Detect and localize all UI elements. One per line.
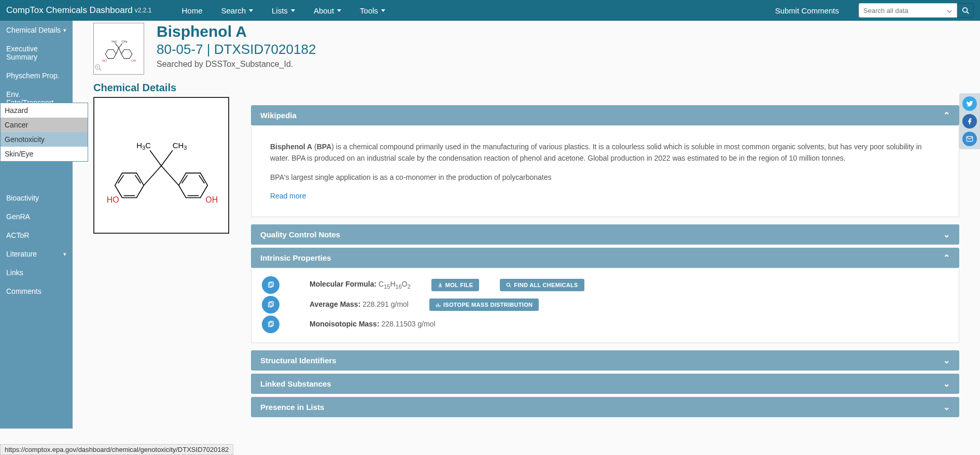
prop-row-avg: Average Mass: 228.291 g/mol ISOTOPE MASS… — [251, 296, 959, 314]
svg-line-27 — [161, 150, 173, 166]
svg-rect-44 — [439, 305, 440, 306]
svg-point-0 — [962, 8, 967, 12]
sidebar-executive-summary[interactable]: Executive Summary — [0, 39, 73, 66]
prop-label: Average Mass: — [310, 300, 360, 308]
chemical-name: Bisphenol A — [157, 23, 316, 40]
submenu-genotoxicity[interactable]: Genotoxicity — [1, 132, 88, 147]
nav-search[interactable]: Search — [212, 1, 263, 20]
svg-point-38 — [507, 283, 510, 286]
search-button[interactable] — [957, 3, 974, 18]
svg-rect-43 — [438, 303, 439, 307]
btn-label: ISOTOPE MASS DISTRIBUTION — [443, 302, 533, 308]
chevron-down-icon: ⌄ — [943, 230, 950, 239]
panel-title: Structural Identifiers — [260, 356, 337, 365]
sidebar-bioactivity[interactable]: Bioactivity — [0, 189, 73, 207]
section-title: Chemical Details — [93, 82, 959, 94]
sidebar-label: GenRA — [6, 212, 30, 221]
copy-button[interactable] — [262, 296, 279, 314]
prop-label: Molecular Formula: — [310, 280, 376, 288]
search-wrap — [859, 3, 974, 18]
chemical-header: HO OH H₃C CH₃ Bisphenol A 80-05-7 | DTXS… — [93, 23, 959, 75]
sidebar-label: Links — [6, 268, 23, 277]
sidebar-physchem[interactable]: Physchem Prop. — [0, 66, 73, 85]
top-navbar: CompTox Chemicals Dashboard v2.2.1 Home … — [0, 0, 980, 21]
mono-mass-value: 228.11503 g/mol — [381, 320, 435, 328]
molecular-formula-value: C15H16O2 — [379, 280, 411, 288]
panel-intrinsic-header[interactable]: Intrinsic Properties ⌃ — [251, 248, 959, 268]
social-sidebar — [959, 93, 980, 149]
sidebar-actor[interactable]: ACToR — [0, 226, 73, 245]
svg-line-4 — [116, 48, 119, 54]
svg-text:H₃C: H₃C — [111, 40, 117, 43]
submenu-cancer[interactable]: Cancer — [1, 118, 88, 132]
sidebar-chemical-details[interactable]: Chemical Details▾ — [0, 21, 73, 39]
isotope-dist-button[interactable]: ISOTOPE MASS DISTRIBUTION — [429, 298, 539, 311]
sidebar-genra[interactable]: GenRA — [0, 207, 73, 226]
panel-title: Wikipedia — [260, 111, 297, 120]
chevron-down-icon: ⌄ — [943, 402, 950, 412]
wiki-chem-name: Bisphenol A — [270, 143, 312, 151]
read-more-link[interactable]: Read more — [270, 192, 306, 200]
svg-line-6 — [115, 44, 119, 48]
sidebar-label: Comments — [6, 287, 41, 295]
submenu-skin-eye[interactable]: Skin/Eye — [1, 147, 88, 161]
title-block: Bisphenol A 80-05-7 | DTXSID7020182 Sear… — [157, 23, 316, 69]
search-dropdown-caret[interactable] — [947, 7, 952, 16]
structure-thumbnail[interactable]: HO OH H₃C CH₃ — [93, 23, 144, 75]
sidebar-label: Literature — [6, 250, 37, 258]
nav-home[interactable]: Home — [172, 1, 212, 20]
sidebar: Chemical Details▾ Executive Summary Phys… — [0, 21, 73, 429]
submenu-hazard[interactable]: Hazard — [1, 103, 88, 118]
nav-lists[interactable]: Lists — [262, 1, 304, 20]
panel-wikipedia-header[interactable]: Wikipedia ⌃ — [251, 105, 959, 125]
hazard-submenu: Hazard Cancer Genotoxicity Skin/Eye — [0, 103, 88, 162]
brand-title[interactable]: CompTox Chemicals Dashboard — [6, 5, 133, 16]
copy-button[interactable] — [262, 316, 279, 333]
sidebar-label: Bioactivity — [6, 194, 39, 202]
nav-about[interactable]: About — [304, 1, 351, 20]
submit-comments-link[interactable]: Submit Comments — [766, 1, 848, 20]
twitter-icon[interactable] — [962, 96, 977, 111]
search-input[interactable] — [859, 3, 957, 18]
nav-tools[interactable]: Tools — [351, 1, 395, 20]
svg-rect-42 — [436, 305, 437, 307]
nav-label: Search — [221, 6, 246, 15]
sidebar-literature[interactable]: Literature▾ — [0, 245, 73, 263]
panel-linked-header[interactable]: Linked Substances ⌄ — [251, 374, 959, 394]
brand-version: v2.2.1 — [135, 7, 152, 14]
nav-label: Lists — [272, 6, 288, 15]
panel-title: Intrinsic Properties — [260, 253, 331, 262]
sidebar-comments[interactable]: Comments — [0, 282, 73, 301]
copy-button[interactable] — [262, 276, 279, 294]
avg-mass-value: 228.291 g/mol — [362, 300, 409, 308]
svg-text:H3C: H3C — [136, 141, 151, 151]
svg-line-26 — [150, 150, 161, 166]
mol-file-button[interactable]: MOL FILE — [431, 279, 480, 291]
nav-label: Home — [181, 6, 202, 15]
panel-presence-header[interactable]: Presence in Lists ⌄ — [251, 397, 959, 417]
panel-structural-header[interactable]: Structural Identifiers ⌄ — [251, 350, 959, 371]
wiki-chem-abbrev: BPA — [317, 143, 332, 151]
svg-line-39 — [510, 286, 511, 287]
sidebar-label: ACToR — [6, 231, 29, 239]
svg-line-5 — [119, 48, 121, 54]
chevron-down-icon: ▾ — [63, 27, 66, 34]
structure-large[interactable]: HO OH H3C CH3 — [93, 97, 229, 234]
sidebar-label: Chemical Details — [6, 26, 61, 34]
chevron-down-icon: ⌄ — [943, 356, 950, 365]
zoom-icon[interactable] — [95, 64, 102, 73]
email-icon[interactable] — [962, 132, 977, 146]
wiki-para1: ) is a chemical compound primarily used … — [270, 143, 922, 162]
chevron-up-icon: ⌃ — [943, 253, 950, 263]
zoom-icon[interactable] — [73, 427, 85, 429]
find-chemicals-button[interactable]: FIND ALL CHEMICALS — [500, 279, 584, 291]
sidebar-links[interactable]: Links — [0, 263, 73, 282]
svg-line-25 — [161, 166, 179, 186]
chevron-down-icon: ▾ — [63, 251, 66, 258]
btn-label: FIND ALL CHEMICALS — [514, 282, 578, 288]
svg-text:CH₃: CH₃ — [121, 40, 128, 43]
svg-marker-16 — [115, 173, 144, 198]
panel-qc-header[interactable]: Quality Control Notes ⌄ — [251, 224, 959, 245]
svg-line-24 — [144, 166, 161, 186]
facebook-icon[interactable] — [962, 114, 977, 129]
